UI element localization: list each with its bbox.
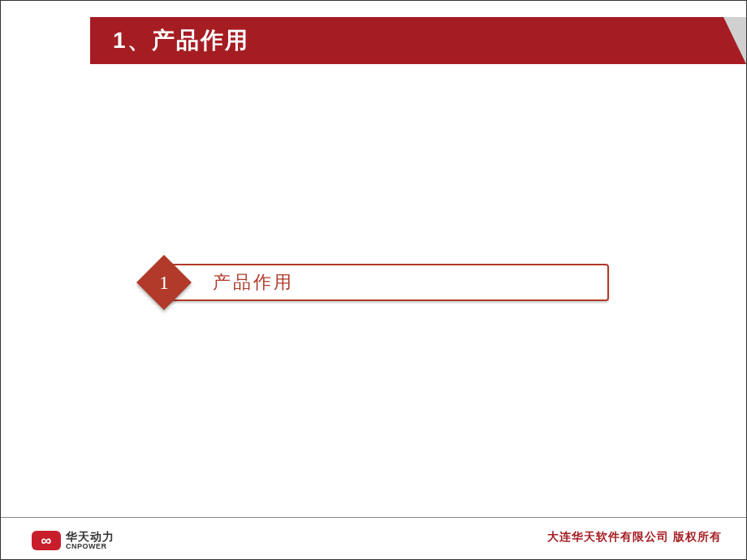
badge-number: 1 [138,256,190,308]
slide-container: 1、产品作用 1 产品作用 ∞ 华天动力 CNPOWER 大连华天软件有限公司 … [0,0,747,560]
copyright-text: 大连华天软件有限公司 版权所有 [547,530,722,545]
page-title: 1、产品作用 [113,25,249,56]
logo-text-en: CNPOWER [66,543,114,551]
diamond-badge: 1 [138,256,190,308]
logo: ∞ 华天动力 CNPOWER [32,531,114,551]
logo-text: 华天动力 CNPOWER [66,531,114,551]
content-bar: 产品作用 [164,264,609,301]
content-item: 1 产品作用 [138,256,609,308]
infinity-icon: ∞ [41,533,52,548]
logo-icon: ∞ [32,531,61,550]
logo-text-cn: 华天动力 [66,531,114,543]
corner-decoration [723,17,746,64]
content-text: 产品作用 [213,270,294,295]
footer: ∞ 华天动力 CNPOWER 大连华天软件有限公司 版权所有 [1,517,746,559]
header-bar: 1、产品作用 [90,17,746,64]
